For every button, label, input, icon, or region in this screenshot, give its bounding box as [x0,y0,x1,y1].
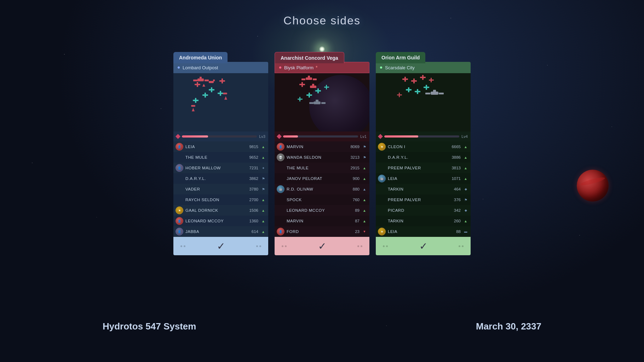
svg-rect-46 [413,78,415,83]
roster-name: PREEM PALVER [388,166,445,170]
select-button-orion[interactable]: ✓ [376,237,471,255]
svg-rect-36 [326,85,327,89]
faction-name-anarchist: Anarchist Concord Vega [281,55,338,61]
svg-rect-32 [317,88,319,93]
roster-name: THE MULE [185,155,243,159]
card-body-anarchist: Biysk Platform * [275,62,369,255]
roster-row: SPOCK 760 ▲ [275,194,369,205]
roster-icon: ▲ [362,165,367,171]
roster-icon: ◆ [463,186,468,192]
svg-rect-18 [195,98,196,103]
roster-icon: ✦ [260,165,266,171]
svg-rect-44 [404,77,406,82]
avatar: 👤 [176,143,183,151]
bar-fill [182,135,208,138]
svg-marker-22 [192,108,195,111]
planet-decoration [577,170,609,202]
roster-name: VADER [185,187,243,191]
svg-rect-40 [321,102,326,104]
svg-rect-28 [301,82,303,87]
battle-map-andromeda [173,73,268,132]
roster-score: 3862 [245,176,258,181]
avatar [277,164,284,172]
roster-row: PREEM PALVER 376 ⚑ [376,194,471,205]
ships-svg-orion [376,73,471,132]
svg-rect-37 [314,101,321,104]
battle-map-anarchist [275,73,369,132]
roster-score: 464 [447,187,461,191]
roster-score: 3813 [447,166,461,170]
roster-name: PICARD [388,208,445,212]
avatar: ★ [176,206,183,214]
roster-score: 3780 [245,187,258,191]
battle-map-orion [376,73,471,132]
roster-row: D.A.R.Y.L. 3886 ▲ [376,152,471,163]
roster-row: THE MULE 2915 ▲ [275,163,369,173]
roster-name: TARKIN [388,187,445,191]
faction-tab-andromeda[interactable]: Andromeda Union [173,52,228,63]
system-label: Hydrotos 547 System [103,321,196,332]
roster-icon: ▲ [260,218,266,224]
avatar [176,175,183,182]
roster-name: LEIA [388,229,445,234]
select-button-anarchist[interactable]: ✓ [275,237,369,255]
avatar [378,185,386,193]
check-dots-right [459,245,464,247]
level-bar-andromeda: Lv3 [173,132,268,141]
roster-score: 342 [447,208,461,212]
level-label-andromeda: Lv3 [259,134,265,139]
faction-tab-anarchist[interactable]: Anarchist Concord Vega [275,52,344,63]
roster-icon: ◆ [463,208,468,213]
svg-rect-6 [213,80,215,81]
avatar [277,206,284,214]
roster-score: 1360 [245,219,258,223]
location-dot [178,66,180,69]
roster-score: 3886 [447,155,461,159]
svg-rect-1 [200,77,202,78]
roster-icon: ▲ [463,144,468,150]
roster-score: 1071 [447,176,461,181]
roster-row: ★ GAAL DORNICK 1506 ▲ [173,205,268,216]
svg-rect-38 [316,100,318,102]
roster-icon: ▲ [362,208,367,213]
roster-name: HOBER MALLOW [185,166,243,170]
svg-rect-59 [425,93,430,94]
roster-score: 3213 [346,155,360,159]
diamond-icon [378,134,383,139]
roster-row: ★ CLEON I 6665 ▲ [376,141,471,152]
roster-name: TARKIN [388,219,445,223]
roster-name: LEIA [388,176,445,181]
roster-name: FORD [287,229,344,234]
svg-rect-58 [433,90,436,92]
roster-name: SPOCK [287,198,344,202]
roster-score: 9652 [245,155,258,159]
roster-score: 900 [346,176,360,181]
roster-row: VADER 3780 ⚑ [173,184,268,194]
roster-icon: ▲ [362,197,367,203]
select-button-andromeda[interactable]: ✓ [173,237,268,255]
diamond-icon [277,134,282,139]
roster-icon: ▲ [260,154,266,160]
svg-rect-52 [408,87,409,92]
svg-rect-19 [223,93,227,94]
avatar [176,153,183,161]
faction-card-andromeda[interactable]: Andromeda Union Lombard Outpost [173,62,268,255]
svg-rect-5 [209,81,214,83]
roster-icon: ▬ [463,229,468,234]
roster-score: 2700 [245,198,258,202]
svg-rect-2 [193,80,197,81]
bar-fill [283,135,298,138]
roster-score: 23 [346,229,360,234]
faction-tab-orion[interactable]: Orion Arm Guild [376,52,425,63]
roster-row: 🤖 R.D. OLIVAW 880 ▲ [275,184,369,194]
faction-card-anarchist[interactable]: Anarchist Concord Vega Biysk Platform * [275,62,369,255]
check-mark-anarchist: ✓ [318,240,326,252]
roster-score: 260 [447,219,461,223]
roster-row: 👤 FORD 23 ▼ [275,226,369,237]
roster-orion: ★ CLEON I 6665 ▲ D.A.R.Y.L. 3886 ▲ PREEM… [376,141,471,237]
svg-rect-0 [197,78,204,81]
svg-rect-56 [426,85,427,90]
faction-card-orion[interactable]: Orion Arm Guild Scarsdale City [376,62,471,255]
location-anarchist: Biysk Platform * [275,62,369,73]
avatar: 👤 [176,217,183,225]
